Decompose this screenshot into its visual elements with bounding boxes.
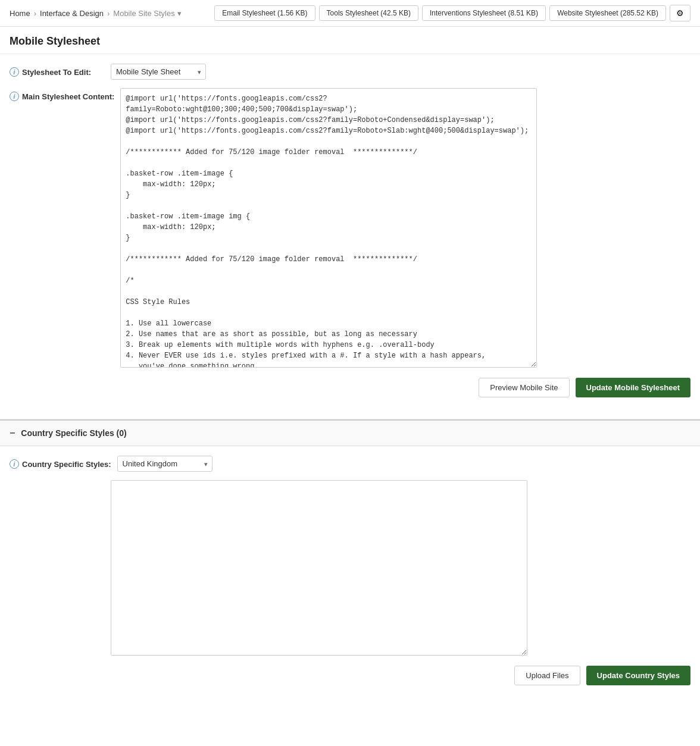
main-textarea-wrapper: @import url('https://fonts.googleapis.co…: [120, 88, 537, 369]
preview-mobile-site-button[interactable]: Preview Mobile Site: [479, 378, 569, 397]
interventions-stylesheet-btn[interactable]: Interventions Stylesheet (8.51 KB): [422, 5, 546, 21]
country-styles-label: i Country Specific Styles:: [10, 456, 111, 469]
stylesheet-select-wrapper: Mobile Style Sheet Other Style Sheet ▾: [111, 64, 206, 80]
country-select-wrapper: United Kingdom United States France Germ…: [117, 456, 212, 472]
stylesheet-label: i Stylesheet To Edit:: [10, 64, 105, 77]
main-content: i Stylesheet To Edit: Mobile Style Sheet…: [0, 54, 700, 419]
main-buttons-row: Preview Mobile Site Update Mobile Styles…: [10, 378, 690, 397]
main-content-label: i Main Stylesheet Content:: [10, 88, 114, 101]
main-stylesheet-textarea[interactable]: @import url('https://fonts.googleapis.co…: [120, 88, 537, 368]
stylesheet-buttons: Email Stylesheet (1.56 KB) Tools Stylesh…: [214, 5, 690, 21]
breadcrumb-current: Mobile Site Styles ▾: [113, 9, 181, 18]
update-mobile-stylesheet-button[interactable]: Update Mobile Stylesheet: [576, 378, 690, 397]
info-icon-content: i: [10, 92, 19, 101]
breadcrumb-chevron: ▾: [177, 9, 182, 18]
main-stylesheet-content-row: i Main Stylesheet Content: @import url('…: [10, 88, 690, 369]
update-country-styles-button[interactable]: Update Country Styles: [586, 666, 690, 685]
upload-files-button[interactable]: Upload Files: [514, 666, 580, 685]
settings-button[interactable]: ⚙: [670, 5, 690, 21]
country-buttons-row: Upload Files Update Country Styles: [10, 666, 690, 685]
country-section-title: Country Specific Styles (0): [21, 428, 126, 438]
country-textarea-row: i Placeholder: [10, 480, 690, 657]
info-icon-stylesheet: i: [10, 67, 19, 77]
page-title: Mobile Stylesheet: [0, 27, 700, 54]
stylesheet-to-edit-row: i Stylesheet To Edit: Mobile Style Sheet…: [10, 64, 690, 80]
breadcrumb-sep1: ›: [34, 9, 36, 18]
breadcrumb-home[interactable]: Home: [10, 9, 30, 18]
country-stylesheet-textarea[interactable]: [111, 480, 527, 656]
breadcrumb-section[interactable]: Interface & Design: [40, 9, 104, 18]
breadcrumb-sep2: ›: [107, 9, 110, 18]
tools-stylesheet-btn[interactable]: Tools Stylesheet (42.5 KB): [319, 5, 418, 21]
info-icon-country: i: [10, 459, 19, 469]
country-section-header[interactable]: − Country Specific Styles (0): [0, 419, 700, 446]
country-textarea-wrapper: [111, 480, 527, 657]
country-styles-row: i Country Specific Styles: United Kingdo…: [10, 456, 690, 472]
breadcrumb: Home › Interface & Design › Mobile Site …: [10, 9, 182, 18]
stylesheet-select[interactable]: Mobile Style Sheet Other Style Sheet: [111, 64, 206, 80]
email-stylesheet-btn[interactable]: Email Stylesheet (1.56 KB): [214, 5, 315, 21]
collapse-icon: −: [10, 428, 15, 438]
website-stylesheet-btn[interactable]: Website Stylesheet (285.52 KB): [549, 5, 666, 21]
top-bar: Home › Interface & Design › Mobile Site …: [0, 0, 700, 27]
country-section-content: i Country Specific Styles: United Kingdo…: [0, 446, 700, 707]
country-select[interactable]: United Kingdom United States France Germ…: [117, 456, 212, 472]
